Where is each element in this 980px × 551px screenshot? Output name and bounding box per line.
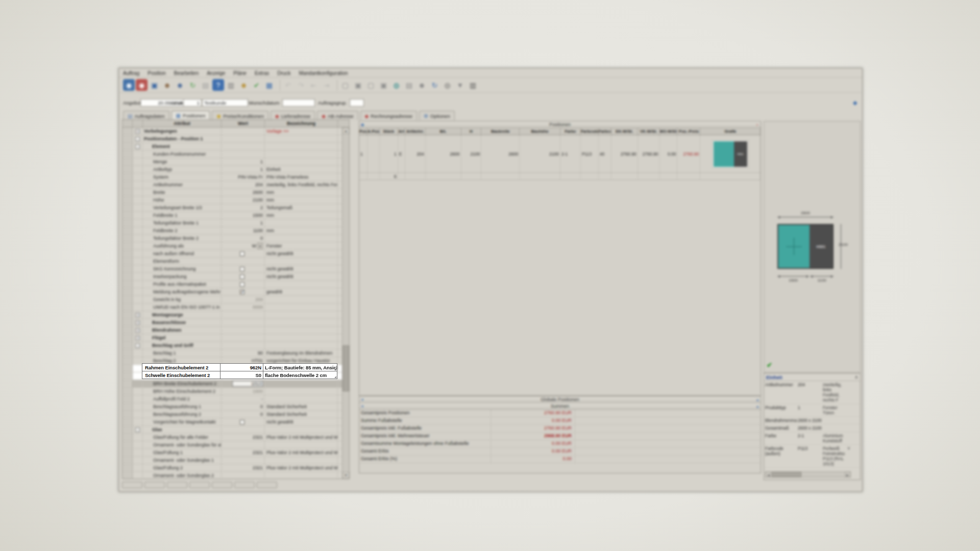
row-selector[interactable]: [122, 349, 133, 357]
attribute-row[interactable]: Höhe2100mm: [122, 196, 349, 204]
pos-col-baubreite[interactable]: Baubreite: [481, 128, 520, 135]
customer-add-icon[interactable]: ☻: [161, 79, 173, 91]
attribute-row[interactable]: Vorgerichtet für Magnetkontaktnicht gewä…: [122, 418, 349, 426]
table-icon[interactable]: ▦: [263, 79, 275, 91]
attribute-row[interactable]: Feldbreite 11500mm: [122, 212, 349, 219]
row-selector[interactable]: [122, 449, 133, 456]
detail-row[interactable]: Produkttyp1Fenster Türen: [764, 404, 860, 417]
focused-attribute-row[interactable]: Schwelle Einschubelement 2S0flache Boden…: [142, 371, 338, 379]
row-selector[interactable]: [122, 380, 133, 387]
attribute-row[interactable]: Glas/Füllung 12321Plus-Valor 2 mit Multi…: [122, 449, 349, 457]
checkbox-checked-icon[interactable]: ✔: [240, 290, 244, 294]
detail-row[interactable]: Gesamtmaß2600 x 2100: [764, 424, 860, 432]
row-selector[interactable]: [122, 273, 133, 280]
sync-icon[interactable]: ↻: [429, 79, 440, 91]
attribute-row[interactable]: Artikeltyp1Einheit: [122, 166, 349, 173]
attribute-row[interactable]: Beschlagsausführung 10Standard Sicherhei…: [122, 403, 349, 411]
attribute-row[interactable]: Profile aus Alternativpaket: [122, 281, 349, 288]
attribute-row[interactable]: Beschlag 190Festverglasung im Blendrahme…: [122, 349, 349, 357]
detail-row[interactable]: Blendrahmenmaß2600 x 2100: [764, 417, 860, 424]
attribute-row[interactable]: Ornament- oder Sonderglas 1: [122, 457, 349, 464]
focused-attribute-row[interactable]: Rahmen Einschubelement 2962NL-Form; Baut…: [142, 364, 338, 371]
collapse-icon[interactable]: ▾: [359, 397, 365, 402]
row-selector[interactable]: [122, 426, 133, 433]
pos-col-h[interactable]: H: [461, 128, 482, 135]
transfer-icon[interactable]: ▤: [403, 79, 415, 91]
col-bezeichnung[interactable]: Bezeichnung: [265, 120, 338, 127]
attribute-row[interactable]: +Flügel: [122, 334, 349, 342]
detail-row[interactable]: Farbe2-1Aluminium Kunststoff: [764, 432, 860, 445]
attribute-row[interactable]: +Montagezarge: [122, 311, 349, 319]
window-layout-icon[interactable]: ▢: [339, 79, 351, 91]
row-selector[interactable]: [122, 434, 133, 441]
row-selector[interactable]: [122, 128, 133, 135]
menu-pläne[interactable]: Pläne: [233, 70, 247, 76]
attribute-row[interactable]: Elementform: [122, 258, 349, 265]
row-selector[interactable]: [122, 235, 133, 242]
row-selector[interactable]: [122, 395, 133, 403]
collapse-icon[interactable]: ▾: [359, 404, 365, 409]
grid-vertical-scrollbar[interactable]: ▲ ▼: [342, 128, 349, 479]
row-selector[interactable]: [122, 411, 133, 418]
refresh-icon[interactable]: ↻: [187, 79, 199, 91]
row-selector[interactable]: [122, 181, 133, 188]
menu-druck[interactable]: Druck: [277, 70, 290, 76]
scroll-up-icon[interactable]: ▲: [342, 128, 349, 134]
focused-value[interactable]: S0: [220, 371, 263, 379]
collapse-icon[interactable]: -: [135, 343, 140, 348]
bottom-button-6[interactable]: [234, 482, 255, 488]
attribute-row[interactable]: +Blendrahmen: [122, 327, 349, 334]
focused-description[interactable]: flache Bodenschwelle 2 cm: [263, 371, 337, 379]
scroll-right-icon[interactable]: ▶: [845, 472, 850, 477]
row-selector[interactable]: [122, 227, 133, 234]
globe-icon[interactable]: ◍: [390, 79, 402, 91]
row-selector[interactable]: [122, 265, 133, 272]
row-selector[interactable]: [122, 135, 133, 142]
pos-col-farbe[interactable]: Farbe: [560, 128, 581, 135]
attribute-row[interactable]: Ornament- oder Sonderglas 2: [122, 472, 349, 479]
customers-icon[interactable]: ☻: [174, 79, 186, 91]
attribute-row[interactable]: Teilungsfaktor Breite 11: [122, 219, 349, 227]
field-2-door-panel[interactable]: HS01: [810, 225, 832, 268]
detail-row[interactable]: Artikelnummer204zweiteilig, links Festfe…: [764, 381, 860, 404]
row-selector[interactable]: [122, 327, 133, 334]
collapse-icon[interactable]: -: [135, 137, 140, 141]
window-layout3-icon[interactable]: ▢: [365, 79, 377, 91]
position-row[interactable]: 11E20426002100260021002-1P113402760.9027…: [359, 135, 761, 173]
checkbox-unchecked-icon[interactable]: [240, 282, 244, 287]
expand-icon[interactable]: +: [135, 313, 140, 317]
scroll-left-icon[interactable]: ◀: [766, 472, 771, 477]
attribute-row[interactable]: SystemPIN-Vista FrPIN-Vista Frameless: [122, 173, 349, 181]
window-layout4-icon[interactable]: ▣: [378, 79, 389, 91]
bottom-button-1[interactable]: [122, 482, 142, 488]
tab-rechnungsadresse[interactable]: ◆Rechnungsadresse: [360, 111, 418, 120]
pos-col-bauh-he[interactable]: Bauhöhe: [520, 128, 560, 135]
attribute-row[interactable]: +Bauanschlüsse: [122, 319, 349, 327]
row-selector[interactable]: [122, 342, 133, 349]
bottom-button-3[interactable]: [167, 482, 187, 488]
pos-col-b-l[interactable]: B/L: [426, 128, 461, 135]
row-selector[interactable]: [122, 242, 133, 249]
menu-extras[interactable]: Extras: [255, 70, 269, 76]
attribute-row[interactable]: Menge1: [122, 158, 349, 166]
pos-col-mo-w-st-[interactable]: MO-W/St.: [660, 128, 678, 135]
row-selector[interactable]: [122, 143, 133, 150]
kunde-name-field[interactable]: Testkunde: [202, 99, 248, 107]
binoculars-icon[interactable]: ◎: [442, 79, 453, 91]
row-selector[interactable]: [122, 319, 133, 326]
menu-position[interactable]: Position: [148, 70, 166, 76]
expand-icon[interactable]: ▴: [754, 397, 761, 402]
attribute-row[interactable]: Inselverpackungnicht gewählt: [122, 273, 349, 281]
attribute-row[interactable]: UW/UD nach EN ISO 10077-1 in W9999: [122, 304, 349, 311]
attribute-row[interactable]: Verteilungsart Breite 1/22Teilungsmaß: [122, 204, 349, 212]
field-1-fixed-glazing[interactable]: [778, 225, 810, 268]
row-selector[interactable]: [122, 204, 133, 211]
row-selector[interactable]: [122, 334, 133, 341]
attribute-row[interactable]: Gewicht in kg269: [122, 296, 349, 304]
row-selector[interactable]: [122, 365, 133, 372]
pos-col-artikelnr-[interactable]: Artikelnr.: [405, 128, 426, 135]
panel-icon[interactable]: ◆: [359, 122, 365, 127]
chevron-down-icon[interactable]: ∨: [845, 445, 853, 467]
bottom-button-2[interactable]: [144, 482, 165, 488]
expand-icon[interactable]: +: [135, 320, 140, 325]
